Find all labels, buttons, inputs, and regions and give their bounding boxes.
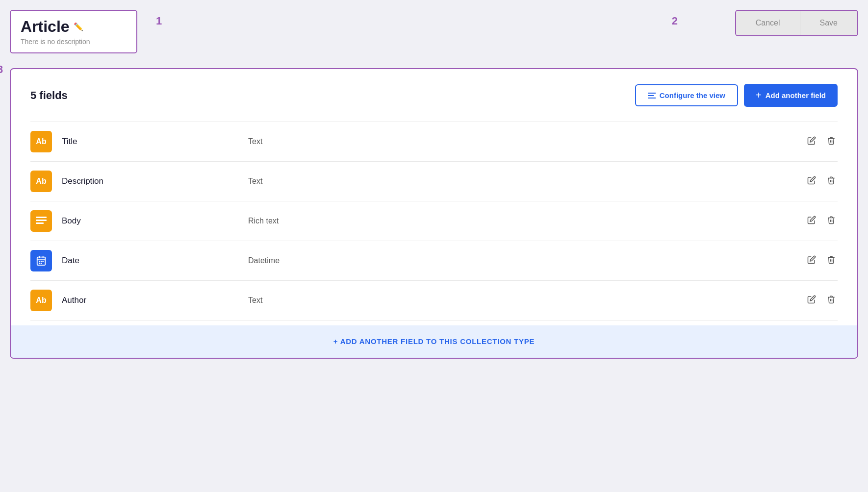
delete-field-button[interactable] <box>825 214 838 229</box>
action-buttons: Cancel Save <box>735 10 858 36</box>
delete-field-button[interactable] <box>825 174 838 189</box>
edit-title-icon[interactable]: ✏️ <box>74 22 83 31</box>
field-name: Title <box>62 137 248 147</box>
add-field-button[interactable]: + Add another field <box>744 84 838 107</box>
field-actions <box>805 293 838 308</box>
svg-rect-2 <box>36 222 44 224</box>
header-row: Article ✏️ There is no description Cance… <box>10 10 858 53</box>
field-name: Author <box>62 295 248 305</box>
save-button[interactable]: Save <box>800 11 857 35</box>
field-type: Datetime <box>248 256 805 265</box>
configure-view-button[interactable]: Configure the view <box>635 84 738 106</box>
field-type: Rich text <box>248 217 805 225</box>
cancel-button[interactable]: Cancel <box>736 11 800 35</box>
field-icon <box>30 250 52 271</box>
field-type: Text <box>248 177 805 186</box>
delete-field-button[interactable] <box>825 293 838 308</box>
field-icon: Ab <box>30 290 52 311</box>
field-row: Ab Title Text <box>30 122 838 162</box>
step-number-1: 1 <box>156 15 162 27</box>
field-actions <box>805 174 838 189</box>
panel-actions: Configure the view + Add another field <box>635 84 838 107</box>
fields-count: 5 fields <box>30 89 68 102</box>
field-actions <box>805 253 838 269</box>
field-icon <box>30 210 52 232</box>
field-actions <box>805 214 838 229</box>
plus-icon: + <box>756 90 762 101</box>
field-type: Text <box>248 296 805 305</box>
title-box: Article ✏️ There is no description <box>10 10 137 53</box>
configure-icon <box>648 93 656 98</box>
field-name: Body <box>62 216 248 226</box>
field-type: Text <box>248 137 805 146</box>
field-actions <box>805 134 838 149</box>
step-number-3: 3 <box>0 63 3 76</box>
delete-field-button[interactable] <box>825 134 838 149</box>
add-field-bottom: + ADD ANOTHER FIELD TO THIS COLLECTION T… <box>11 325 857 358</box>
fields-list: Ab Title Text <box>30 122 838 320</box>
page-wrapper: 1 2 Article ✏️ There is no description C… <box>10 10 858 359</box>
main-panel: 3 5 fields Configure the view + Add anot… <box>10 68 858 359</box>
field-icon: Ab <box>30 131 52 152</box>
edit-field-button[interactable] <box>805 174 818 189</box>
edit-field-button[interactable] <box>805 293 818 308</box>
step-number-2: 2 <box>672 15 678 27</box>
edit-field-button[interactable] <box>805 214 818 229</box>
add-field-bottom-button[interactable]: + ADD ANOTHER FIELD TO THIS COLLECTION T… <box>333 337 535 345</box>
edit-field-button[interactable] <box>805 253 818 269</box>
field-row: Date Datetime <box>30 241 838 281</box>
field-row: Body Rich text <box>30 201 838 241</box>
field-icon: Ab <box>30 171 52 192</box>
edit-field-button[interactable] <box>805 134 818 149</box>
article-title: Article ✏️ <box>21 18 127 36</box>
svg-rect-0 <box>36 217 47 218</box>
field-name: Date <box>62 256 248 266</box>
field-row: Ab Description Text <box>30 162 838 201</box>
field-row: Ab Author Text <box>30 281 838 320</box>
delete-field-button[interactable] <box>825 253 838 269</box>
article-subtitle: There is no description <box>21 38 127 46</box>
field-name: Description <box>62 176 248 186</box>
svg-rect-1 <box>36 220 47 221</box>
panel-header: 5 fields Configure the view + Add anothe… <box>30 84 838 107</box>
